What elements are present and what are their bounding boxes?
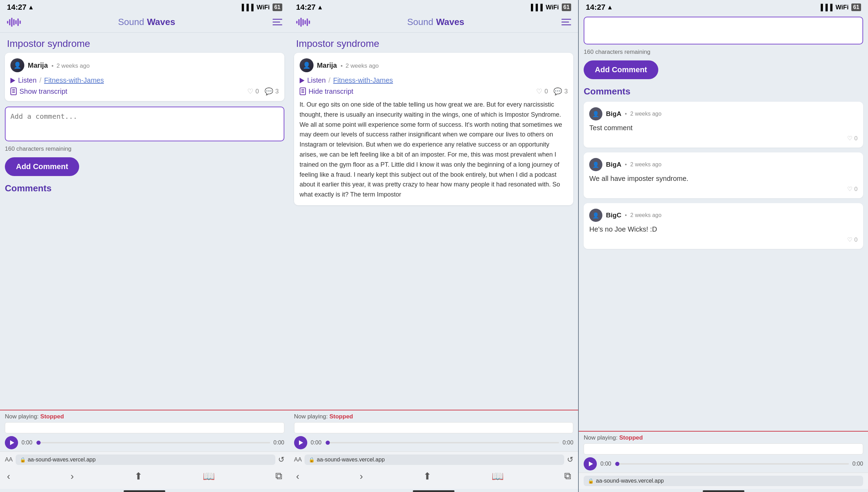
play-button-1[interactable] bbox=[5, 436, 18, 449]
nav-bar-1: ‹ › ⬆ 📖 ⧉ bbox=[0, 468, 289, 489]
location-icon: ▲ bbox=[28, 4, 34, 11]
screen-2: 14:27 ▲ ▐▐▐ WiFi 61 SoundWaves bbox=[289, 0, 578, 492]
time-start-3: 0:00 bbox=[600, 461, 611, 467]
back-icon-2[interactable]: ‹ bbox=[296, 471, 299, 482]
audio-bar-3 bbox=[584, 443, 863, 455]
reload-icon-2[interactable]: ↺ bbox=[567, 455, 573, 464]
comment-meta-3-0: 👤 BigA • 2 weeks ago bbox=[589, 107, 858, 120]
play-triangle-2 bbox=[299, 440, 303, 445]
signal-icon-3: ▐▐▐ bbox=[818, 4, 833, 11]
avatar-2: 👤 bbox=[300, 58, 314, 72]
url-bar-2[interactable]: 🔒 aa-sound-waves.vercel.app bbox=[304, 455, 564, 465]
like-icon-3-2[interactable]: ♡ bbox=[847, 236, 852, 243]
comment-input-1[interactable] bbox=[5, 107, 284, 141]
wifi-icon: WiFi bbox=[257, 4, 270, 11]
comment-item-3-1: 👤 BigA • 2 weeks ago We all have imposte… bbox=[584, 152, 863, 198]
comment-icon-1[interactable]: 💬 bbox=[265, 87, 273, 95]
play-icon-1[interactable] bbox=[10, 78, 15, 83]
menu-icon-1[interactable] bbox=[273, 19, 282, 25]
share-icon-2[interactable]: ⬆ bbox=[423, 470, 431, 482]
comment-like-3-0[interactable]: ♡ 0 bbox=[589, 135, 858, 142]
browser-bar-3: 🔒 aa-sound-waves.vercel.app bbox=[579, 473, 868, 489]
signal-icon: ▐▐▐ bbox=[240, 4, 254, 11]
time-end-3: 0:00 bbox=[852, 461, 863, 467]
audio-bar-2 bbox=[294, 422, 574, 433]
wifi-icon-3: WiFi bbox=[835, 4, 849, 11]
now-playing-label-3: Now playing: Stopped bbox=[584, 434, 863, 441]
app-logo-2: SoundWaves bbox=[407, 17, 465, 27]
bookmarks-icon-2[interactable]: 📖 bbox=[492, 470, 504, 482]
forward-icon-1[interactable]: › bbox=[70, 471, 74, 482]
signal-icon-2: ▐▐▐ bbox=[528, 4, 543, 11]
tabs-icon-2[interactable]: ⧉ bbox=[564, 470, 571, 482]
battery-icon: 61 bbox=[273, 3, 282, 11]
episode-links-1: Listen / Fitness-with-James bbox=[10, 76, 279, 84]
like-action-1[interactable]: ♡ 0 bbox=[247, 87, 259, 95]
doc-icon-1 bbox=[10, 87, 17, 95]
audio-controls-3: 0:00 0:00 bbox=[584, 457, 863, 470]
comment-action-1[interactable]: 💬 3 bbox=[265, 87, 279, 95]
comment-like-3-1[interactable]: ♡ 0 bbox=[589, 185, 858, 193]
play-button-3[interactable] bbox=[584, 457, 597, 470]
lock-icon-1: 🔒 bbox=[20, 457, 26, 462]
battery-icon-3: 61 bbox=[851, 3, 861, 11]
progress-bar-1[interactable] bbox=[36, 442, 270, 443]
share-icon-1[interactable]: ⬆ bbox=[134, 470, 142, 482]
time-1: 14:27 ▲ bbox=[7, 3, 34, 12]
url-bar-3[interactable]: 🔒 aa-sound-waves.vercel.app bbox=[584, 476, 863, 486]
reload-icon-1[interactable]: ↺ bbox=[278, 455, 284, 464]
progress-bar-3[interactable] bbox=[615, 463, 849, 465]
bookmarks-icon-1[interactable]: 📖 bbox=[203, 470, 215, 482]
episode-card-2: 👤 Marija • 2 weeks ago Listen / Fitness-… bbox=[294, 53, 574, 205]
comment-like-3-2[interactable]: ♡ 0 bbox=[589, 236, 858, 243]
comment-action-2[interactable]: 💬 3 bbox=[553, 87, 568, 95]
comment-avatar-3-1: 👤 bbox=[589, 158, 602, 171]
time-start-2: 0:00 bbox=[311, 440, 322, 446]
comments-header-3: Comments bbox=[584, 86, 863, 97]
browser-bar-1: AA 🔒 aa-sound-waves.vercel.app ↺ bbox=[0, 451, 289, 468]
transcript-link-2[interactable]: Hide transcript bbox=[300, 87, 353, 95]
chars-remaining-3: 160 characters remaining bbox=[584, 49, 863, 56]
waveform-icon-1 bbox=[7, 17, 21, 27]
progress-thumb-1 bbox=[36, 441, 41, 445]
heart-icon-1[interactable]: ♡ bbox=[247, 87, 253, 95]
menu-icon-2[interactable] bbox=[561, 19, 571, 25]
like-action-2[interactable]: ♡ 0 bbox=[536, 87, 548, 95]
play-icon-2[interactable] bbox=[300, 78, 304, 83]
aa-text-1[interactable]: AA bbox=[5, 456, 13, 463]
app-logo-1: SoundWaves bbox=[118, 17, 175, 27]
location-icon-2: ▲ bbox=[317, 4, 323, 11]
time-2: 14:27 ▲ bbox=[296, 3, 323, 12]
app-header-1: SoundWaves bbox=[0, 13, 289, 33]
comment-section-1: 160 characters remaining Add Comment Com… bbox=[0, 107, 289, 199]
status-bar-2: 14:27 ▲ ▐▐▐ WiFi 61 bbox=[289, 0, 578, 13]
actions-row-1: ♡ 0 💬 3 bbox=[247, 87, 279, 95]
back-icon-1[interactable]: ‹ bbox=[7, 471, 10, 482]
status-bar-1: 14:27 ▲ ▐▐▐ WiFi 61 bbox=[0, 0, 289, 13]
progress-bar-2[interactable] bbox=[325, 442, 559, 443]
transcript-row-1: Show transcript ♡ 0 💬 3 bbox=[10, 87, 279, 95]
add-comment-button-1[interactable]: Add Comment bbox=[5, 157, 79, 176]
heart-icon-2[interactable]: ♡ bbox=[536, 87, 542, 95]
tabs-icon-1[interactable]: ⧉ bbox=[275, 470, 282, 482]
comment-item-3-2: 👤 BigC • 2 weeks ago He's no Joe Wicks! … bbox=[584, 203, 863, 249]
lock-icon-2: 🔒 bbox=[309, 457, 315, 462]
forward-icon-2[interactable]: › bbox=[360, 471, 363, 482]
add-comment-button-3[interactable]: Add Comment bbox=[584, 60, 658, 79]
play-button-2[interactable] bbox=[294, 436, 307, 449]
comment-icon-2[interactable]: 💬 bbox=[553, 87, 562, 95]
chars-remaining-1: 160 characters remaining bbox=[5, 145, 284, 152]
like-icon-3-0[interactable]: ♡ bbox=[847, 135, 852, 142]
aa-text-2[interactable]: AA bbox=[294, 456, 302, 463]
like-icon-3-1[interactable]: ♡ bbox=[847, 185, 852, 193]
partial-comment-input-3[interactable] bbox=[584, 17, 863, 44]
time-end-1: 0:00 bbox=[274, 440, 284, 446]
home-indicator-1 bbox=[124, 490, 165, 492]
screen-3: 14:27 ▲ ▐▐▐ WiFi 61 160 characters remai… bbox=[578, 0, 868, 492]
transcript-link-1[interactable]: Show transcript bbox=[10, 87, 67, 95]
episode-card-1: 👤 Marija • 2 weeks ago Listen / Fitness-… bbox=[5, 53, 284, 101]
screen-1: 14:27 ▲ ▐▐▐ WiFi 61 SoundWaves bbox=[0, 0, 289, 492]
now-playing-2: Now playing: Stopped 0:00 0:00 bbox=[289, 410, 578, 451]
audio-controls-2: 0:00 0:00 bbox=[294, 436, 574, 449]
url-bar-1[interactable]: 🔒 aa-sound-waves.vercel.app bbox=[16, 455, 275, 465]
